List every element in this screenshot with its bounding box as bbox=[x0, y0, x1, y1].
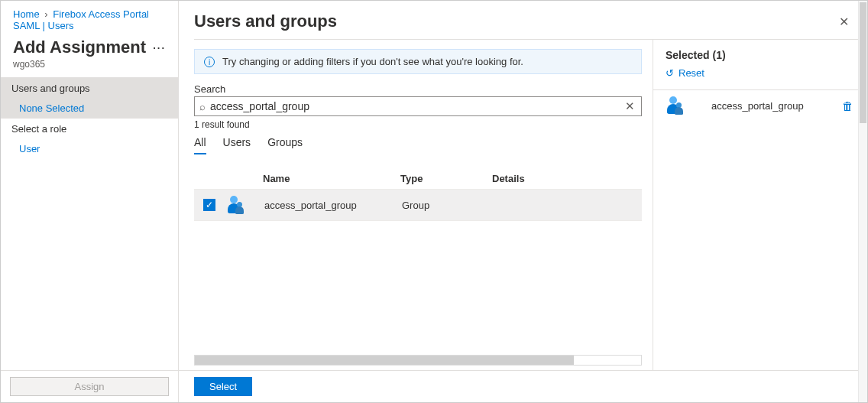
reset-icon: ↺ bbox=[666, 67, 674, 79]
header-details: Details bbox=[492, 173, 642, 184]
tab-groups[interactable]: Groups bbox=[267, 136, 303, 154]
reset-button[interactable]: ↺ Reset bbox=[666, 67, 855, 79]
info-text: Try changing or adding filters if you do… bbox=[222, 56, 523, 67]
sidebar-item-select-role[interactable]: Select a role bbox=[1, 118, 178, 139]
chevron-sep: › bbox=[44, 8, 47, 20]
horizontal-scrollbar[interactable] bbox=[194, 355, 642, 366]
close-icon[interactable]: ✕ bbox=[836, 15, 852, 29]
search-input-wrap[interactable]: ⌕ ✕ bbox=[194, 96, 642, 116]
vertical-scrollbar[interactable] bbox=[858, 1, 867, 402]
tenant-subtitle: wgo365 bbox=[1, 59, 178, 77]
sidebar-value-role[interactable]: User bbox=[1, 139, 178, 158]
group-icon bbox=[666, 96, 685, 115]
header-type: Type bbox=[400, 173, 492, 184]
header-name: Name bbox=[263, 173, 400, 184]
result-count: 1 result found bbox=[194, 119, 642, 130]
search-label: Search bbox=[194, 83, 642, 95]
row-type: Group bbox=[402, 200, 494, 211]
selected-name: access_portal_group bbox=[711, 100, 840, 112]
breadcrumb: Home › Firebox Access Portal SAML | User… bbox=[1, 1, 178, 34]
search-input[interactable] bbox=[210, 100, 623, 112]
assign-button[interactable]: Assign bbox=[10, 377, 169, 396]
table-row[interactable]: ✓ access_portal_group Group bbox=[194, 190, 642, 221]
tab-users[interactable]: Users bbox=[223, 136, 251, 154]
sidebar-item-users-groups[interactable]: Users and groups bbox=[1, 77, 178, 99]
page-title: Add Assignment bbox=[13, 37, 150, 57]
search-icon: ⌕ bbox=[199, 101, 206, 112]
row-checkbox[interactable]: ✓ bbox=[203, 199, 215, 211]
delete-icon[interactable]: 🗑 bbox=[840, 99, 855, 112]
tab-all[interactable]: All bbox=[194, 136, 206, 154]
info-banner: i Try changing or adding filters if you … bbox=[194, 49, 642, 74]
sidebar-value-users-groups[interactable]: None Selected bbox=[1, 99, 178, 118]
group-icon bbox=[226, 196, 246, 214]
select-button[interactable]: Select bbox=[194, 377, 252, 396]
clear-icon[interactable]: ✕ bbox=[623, 99, 636, 113]
row-name: access_portal_group bbox=[264, 200, 402, 211]
breadcrumb-home[interactable]: Home bbox=[13, 8, 40, 20]
table-header: Name Type Details bbox=[194, 173, 642, 190]
blade-title: Users and groups bbox=[194, 11, 836, 31]
more-menu[interactable]: ··· bbox=[153, 42, 166, 54]
selected-header: Selected (1) bbox=[666, 49, 855, 61]
info-icon: i bbox=[204, 57, 215, 67]
selected-item[interactable]: access_portal_group 🗑 bbox=[666, 90, 855, 121]
